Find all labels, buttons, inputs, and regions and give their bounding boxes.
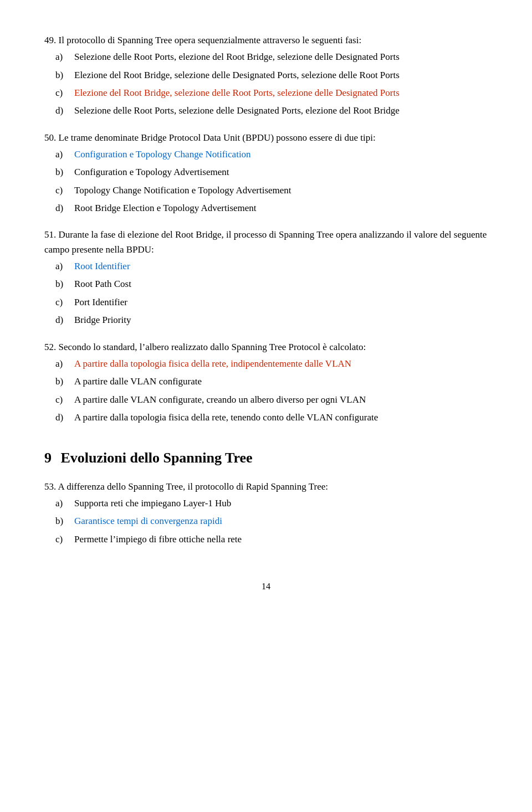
- option-text-highlighted: Configuration e Topology Change Notifica…: [74, 147, 488, 162]
- q49-text: 49. Il protocollo di Spanning Tree opera…: [44, 33, 488, 48]
- option-text: A partire dalla topologia fisica della r…: [74, 410, 488, 425]
- option-label: a): [55, 496, 71, 511]
- option-text: Selezione delle Root Ports, selezione de…: [74, 104, 488, 118]
- option-label: a): [55, 50, 71, 64]
- list-item: a) Supporta reti che impiegano Layer-1 H…: [44, 496, 488, 511]
- option-label: a): [55, 357, 71, 371]
- option-text: Elezione del Root Bridge, selezione dell…: [74, 68, 488, 83]
- option-label: b): [55, 277, 71, 291]
- q53-text: 53. A differenza dello Spanning Tree, il…: [44, 480, 488, 494]
- question-50: 50. Le trame denominate Bridge Protocol …: [44, 131, 488, 216]
- option-text-highlighted: Elezione del Root Bridge, selezione dell…: [74, 86, 488, 100]
- option-label: c): [55, 532, 71, 547]
- option-text: Root Path Cost: [74, 277, 488, 291]
- list-item: d) A partire dalla topologia fisica dell…: [44, 410, 488, 425]
- list-item: b) Elezione del Root Bridge, selezione d…: [44, 68, 488, 83]
- list-item: d) Root Bridge Election e Topology Adver…: [44, 201, 488, 215]
- option-label: c): [55, 393, 71, 407]
- list-item: a) Root Identifier: [44, 259, 488, 274]
- list-item: c) Elezione del Root Bridge, selezione d…: [44, 86, 488, 100]
- option-label: c): [55, 183, 71, 198]
- option-label: d): [55, 104, 71, 118]
- list-item: d) Selezione delle Root Ports, selezione…: [44, 104, 488, 118]
- option-text: A partire dalle VLAN configurate, creand…: [74, 393, 488, 407]
- option-text: Supporta reti che impiegano Layer-1 Hub: [74, 496, 488, 511]
- list-item: b) Configuration e Topology Advertisemen…: [44, 165, 488, 179]
- list-item: c) Permette l’impiego di fibre ottiche n…: [44, 532, 488, 547]
- section-heading: 9 Evoluzioni dello Spanning Tree: [44, 447, 488, 469]
- q50-text: 50. Le trame denominate Bridge Protocol …: [44, 131, 488, 145]
- list-item: c) Topology Change Notification e Topolo…: [44, 183, 488, 198]
- list-item: a) Configuration e Topology Change Notif…: [44, 147, 488, 162]
- option-label: d): [55, 313, 71, 327]
- list-item: c) A partire dalle VLAN configurate, cre…: [44, 393, 488, 407]
- list-item: b) Garantisce tempi di convergenza rapid…: [44, 514, 488, 528]
- q52-text: 52. Secondo lo standard, l’albero realiz…: [44, 340, 488, 354]
- option-text: A partire dalle VLAN configurate: [74, 374, 488, 389]
- option-label: b): [55, 68, 71, 83]
- option-label: b): [55, 165, 71, 179]
- list-item: b) A partire dalle VLAN configurate: [44, 374, 488, 389]
- q51-text: 51. Durante la fase di elezione del Root…: [44, 228, 488, 257]
- option-text: Topology Change Notification e Topology …: [74, 183, 488, 198]
- question-53: 53. A differenza dello Spanning Tree, il…: [44, 480, 488, 547]
- page-footer: 14: [44, 580, 488, 594]
- option-label: a): [55, 147, 71, 162]
- list-item: c) Port Identifier: [44, 295, 488, 310]
- list-item: d) Bridge Priority: [44, 313, 488, 327]
- question-49: 49. Il protocollo di Spanning Tree opera…: [44, 33, 488, 119]
- option-text: Root Bridge Election e Topology Advertis…: [74, 201, 488, 215]
- question-51: 51. Durante la fase di elezione del Root…: [44, 228, 488, 327]
- option-label: a): [55, 259, 71, 274]
- list-item: a) Selezione delle Root Ports, elezione …: [44, 50, 488, 64]
- list-item: a) A partire dalla topologia fisica dell…: [44, 357, 488, 371]
- option-text: Configuration e Topology Advertisement: [74, 165, 488, 179]
- option-text-highlighted: A partire dalla topologia fisica della r…: [74, 357, 488, 371]
- option-label: d): [55, 410, 71, 425]
- option-label: c): [55, 86, 71, 100]
- option-text: Bridge Priority: [74, 313, 488, 327]
- option-label: c): [55, 295, 71, 310]
- option-text: Permette l’impiego di fibre ottiche nell…: [74, 532, 488, 547]
- option-text: Port Identifier: [74, 295, 488, 310]
- option-text-highlighted: Garantisce tempi di convergenza rapidi: [74, 514, 488, 528]
- option-text: Selezione delle Root Ports, elezione del…: [74, 50, 488, 64]
- page-content: 49. Il protocollo di Spanning Tree opera…: [44, 33, 488, 594]
- option-label: b): [55, 374, 71, 389]
- option-label: b): [55, 514, 71, 528]
- option-text-highlighted: Root Identifier: [74, 259, 488, 274]
- question-52: 52. Secondo lo standard, l’albero realiz…: [44, 340, 488, 425]
- list-item: b) Root Path Cost: [44, 277, 488, 291]
- option-label: d): [55, 201, 71, 215]
